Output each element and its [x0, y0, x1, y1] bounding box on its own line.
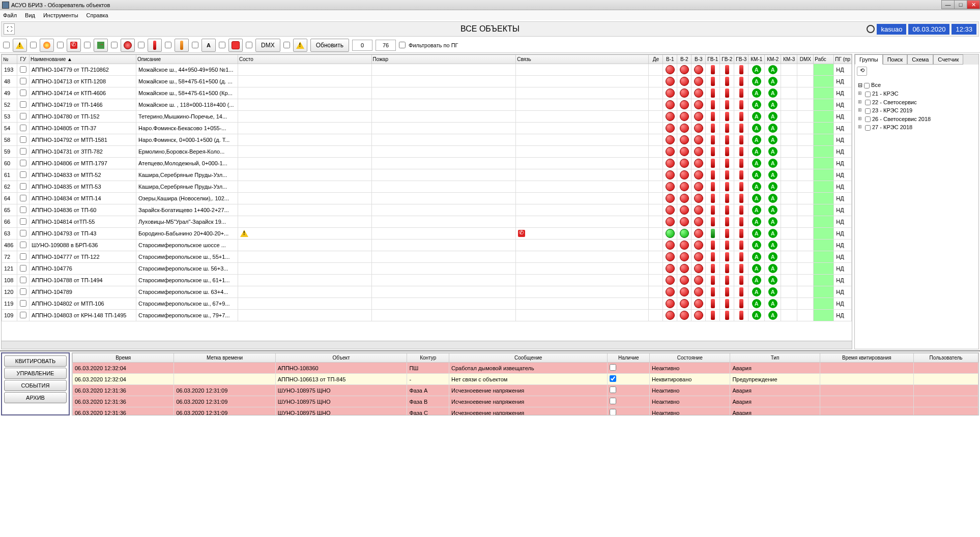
table-row[interactable]: 60АППНО-104806 от МТП-1797Атепцево,Молод…	[2, 158, 852, 169]
ev-col-header[interactable]: Контур	[407, 353, 449, 363]
row-check[interactable]	[20, 312, 26, 318]
col-header[interactable]: Де	[649, 55, 663, 64]
maximize-button[interactable]: □	[954, 0, 967, 9]
user-badge[interactable]: kasuao	[877, 24, 906, 35]
tree-root[interactable]: ⊟ Все	[858, 81, 975, 90]
menu-tools[interactable]: Инструменты	[43, 12, 78, 18]
col-header[interactable]: В-2	[677, 55, 691, 64]
table-row[interactable]: 486ШУНО-109088 в БРП-636Старосимферополь…	[2, 240, 852, 251]
row-check[interactable]	[20, 101, 26, 108]
col-header[interactable]: DMX	[797, 55, 814, 64]
ev-check[interactable]	[610, 398, 616, 404]
col-header[interactable]: КМ-1	[748, 55, 765, 64]
col-header[interactable]: ПГ (пр	[834, 55, 852, 64]
col-header[interactable]: №	[2, 55, 17, 64]
ev-col-header[interactable]: Объект	[275, 353, 407, 363]
row-check[interactable]	[20, 288, 26, 295]
row-check[interactable]	[20, 90, 26, 96]
phone-button[interactable]	[67, 39, 81, 52]
row-check[interactable]	[20, 230, 26, 236]
table-row[interactable]: 66АППНО-104814 отТП-55Луховицы-М5"Урал"-…	[2, 216, 852, 228]
ev-col-header[interactable]: Наличие	[608, 353, 650, 363]
row-check[interactable]	[20, 171, 26, 178]
event-row[interactable]: 06.03.2020 12:32:04АППНО-106613 от ТП-84…	[73, 374, 978, 385]
ack-button[interactable]: КВИТИРОВАТЬ	[4, 355, 67, 367]
table-row[interactable]: 58АППНО-104792 от МТП-1581Наро.Фоминск, …	[2, 134, 852, 146]
row-check[interactable]	[20, 183, 26, 190]
fire-button[interactable]	[40, 39, 54, 52]
ev-col-header[interactable]: Тип	[730, 353, 820, 363]
ev-col-header[interactable]: Время	[73, 353, 174, 363]
row-check[interactable]	[20, 277, 26, 283]
table-row[interactable]: 193АППНО-104779 от ТП-210862Можайское ш.…	[2, 64, 852, 76]
expand-button[interactable]: ⛶	[4, 23, 15, 35]
toolbar-chk-11[interactable]	[283, 42, 290, 48]
table-row[interactable]: 59АППНО-104731 от ЗТП-782Ермолино,Боровс…	[2, 146, 852, 158]
toolbar-chk-4[interactable]	[84, 42, 91, 48]
toolbar-chk-8[interactable]	[192, 42, 198, 48]
side-tab[interactable]: Схема	[907, 54, 933, 65]
ev-check[interactable]	[610, 364, 616, 371]
tree-item[interactable]: 23 - КРЭС 2019	[858, 106, 975, 115]
redsquare-button[interactable]	[228, 39, 243, 52]
tree-chk[interactable]	[865, 125, 871, 131]
row-check[interactable]	[20, 66, 26, 73]
col-header[interactable]: В-1	[663, 55, 677, 64]
table-row[interactable]: 109АППНО-104803 от КРН-148 ТП-1495Старос…	[2, 310, 852, 321]
col-header[interactable]: КМ-3	[781, 55, 797, 64]
redcircle-button[interactable]	[121, 39, 135, 52]
archive-button[interactable]: АРХИВ	[4, 392, 67, 403]
row-check[interactable]	[20, 265, 26, 272]
table-row[interactable]: 108АППНО-104788 от ТП-1494Старосимферопо…	[2, 275, 852, 286]
minimize-button[interactable]: —	[941, 0, 955, 9]
event-row[interactable]: 06.03.2020 12:31:3606.03.2020 12:31:09ШУ…	[73, 407, 978, 416]
col-header[interactable]: ГУ	[17, 55, 30, 64]
letter-a-button[interactable]: A	[201, 39, 216, 52]
ev-col-header[interactable]: Метка времени	[174, 353, 275, 363]
ev-check[interactable]	[610, 409, 616, 415]
refresh-button[interactable]: Обновить	[310, 39, 349, 52]
toolbar-chk-6[interactable]	[138, 42, 145, 48]
table-row[interactable]: 61АППНО-104833 от МТП-52Кашира,Серебряны…	[2, 169, 852, 181]
tree-chk-root[interactable]	[864, 83, 870, 88]
row-check[interactable]	[20, 125, 26, 131]
ev-col-header[interactable]: Сообщение	[449, 353, 608, 363]
col-header[interactable]: Связь	[516, 55, 649, 64]
col-header[interactable]: Рабс	[814, 55, 834, 64]
event-row[interactable]: 06.03.2020 12:31:3606.03.2020 12:31:09ШУ…	[73, 396, 978, 407]
row-check[interactable]	[20, 300, 26, 307]
redbar-button[interactable]	[148, 39, 162, 52]
col-header[interactable]: ГВ-1	[706, 55, 720, 64]
row-check[interactable]	[20, 206, 26, 213]
tree-item[interactable]: 21 - КРЭС	[858, 90, 975, 98]
table-row[interactable]: 120АППНО-104789Старосимферопольское ш. 6…	[2, 286, 852, 298]
table-row[interactable]: 53АППНО-104780 от ТП-152Тетерино,Мышкино…	[2, 111, 852, 123]
row-check[interactable]	[20, 136, 26, 143]
side-tab[interactable]: Поиск	[883, 54, 907, 65]
ev-col-header[interactable]: Пользователь	[914, 353, 978, 363]
spin-2[interactable]	[376, 40, 396, 51]
col-header[interactable]: Описание	[136, 55, 238, 64]
col-header[interactable]: В-3	[691, 55, 706, 64]
row-check[interactable]	[20, 148, 26, 155]
tree-chk[interactable]	[865, 92, 871, 97]
toolbar-chk-3[interactable]	[57, 42, 64, 48]
col-header[interactable]: КМ-2	[765, 55, 781, 64]
row-check[interactable]	[20, 113, 26, 120]
side-tab[interactable]: Счетчик	[933, 54, 963, 65]
ev-col-header[interactable]: Время квитирования	[820, 353, 914, 363]
table-row[interactable]: 64АППНО-104834 от МТП-14Озеры,Кашира (Но…	[2, 193, 852, 204]
h-scrollbar[interactable]	[2, 341, 852, 349]
table-row[interactable]: 63АППНО-104793 от ТП-43Бородино-Бабынино…	[2, 228, 852, 240]
table-row[interactable]: 62АППНО-104835 от МТП-53Кашира,Серебряны…	[2, 181, 852, 193]
warn2-button[interactable]	[293, 39, 307, 52]
table-row[interactable]: 121АППНО-104776Старосимферопольское ш. 5…	[2, 263, 852, 275]
row-check[interactable]	[20, 218, 26, 225]
ev-check[interactable]	[610, 375, 616, 382]
tree-item[interactable]: 26 - Светосервис 2018	[858, 115, 975, 124]
col-header[interactable]: Пожар	[371, 55, 516, 64]
table-row[interactable]: 52АППНО-104719 от ТП-1466Можайское ш. , …	[2, 99, 852, 111]
ev-col-header[interactable]: Состояние	[650, 353, 730, 363]
table-row[interactable]: 54АППНО-104805 от ТП-37Наро.Фоминск-Бека…	[2, 123, 852, 134]
table-row[interactable]: 65АППНО-104836 от ТП-60Зарайск-Богатищев…	[2, 204, 852, 216]
